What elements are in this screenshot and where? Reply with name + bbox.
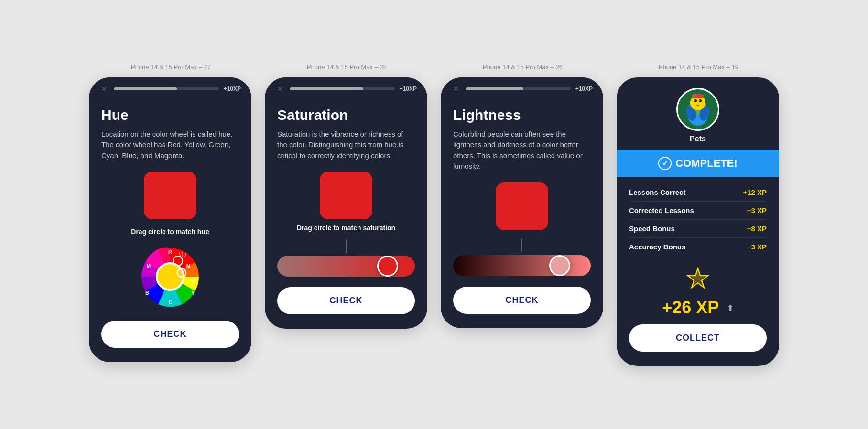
svg-point-23 [694, 100, 695, 101]
color-swatch-area [453, 182, 591, 230]
progress-bar-bg [466, 87, 571, 90]
reward-xp: +12 XP [743, 188, 767, 196]
progress-bar-fill [466, 87, 523, 90]
rewards-area: Lessons Correct +12 XP Corrected Lessons… [617, 177, 779, 258]
phone-content: LightnessColorblind people can often see… [441, 97, 603, 328]
reward-row: Speed Bonus +8 XP [629, 222, 767, 236]
svg-point-24 [699, 100, 700, 101]
close-button[interactable]: ✕ [99, 84, 109, 94]
screen-label: iPhone 14 & 15 Pro Max – 26 [481, 64, 563, 71]
progress-bar-bg [290, 87, 395, 90]
phone-frame: Pets ✓ COMPLETE! Lessons Correct +12 XP … [617, 77, 779, 366]
slider-area [277, 239, 415, 277]
complete-banner: ✓ COMPLETE! [617, 150, 779, 177]
progress-bar-fill [114, 87, 177, 90]
lesson-description: Saturation is the vibrance or richness o… [277, 129, 415, 161]
screen-label: iPhone 14 & 15 Pro Max – 27 [130, 64, 211, 71]
reward-row: Corrected Lessons +3 XP [629, 204, 767, 217]
svg-text:R: R [168, 249, 172, 255]
status-bar: ✕ +10XP [265, 77, 427, 97]
progress-area [466, 87, 571, 90]
star-icon [686, 267, 710, 296]
avatar-area: Pets [617, 77, 779, 150]
screens-container: iPhone 14 & 15 Pro Max – 27 ✕ +10XP HueL… [89, 64, 779, 366]
reward-label: Lessons Correct [629, 188, 685, 196]
xp-badge: +10XP [400, 86, 417, 92]
phone-frame: ✕ +10XP HueLocation on the color wheel i… [89, 77, 251, 363]
drag-instruction: Drag circle to match saturation [277, 224, 415, 232]
color-wheel-area: R Y B M G C M [101, 243, 239, 310]
collect-button-area: COLLECT [617, 324, 779, 366]
color-wheel[interactable]: R Y B M G C M [137, 243, 204, 310]
complete-text: COMPLETE! [675, 157, 738, 170]
screen-wrapper-lightness: iPhone 14 & 15 Pro Max – 26 ✕ +10XP Ligh… [441, 64, 603, 328]
svg-text:G: G [191, 278, 195, 283]
total-xp-value: +26 XP ⬆ [662, 298, 733, 318]
total-xp-area: +26 XP ⬆ [617, 258, 779, 324]
status-bar: ✕ +10XP [441, 77, 603, 97]
avatar-label: Pets [690, 135, 706, 143]
reward-label: Accuracy Bonus [629, 243, 685, 251]
lesson-description: Location on the color wheel is called hu… [101, 129, 239, 161]
slider-thumb[interactable] [377, 256, 398, 277]
reward-label: Corrected Lessons [629, 206, 694, 214]
svg-text:M: M [147, 264, 151, 269]
slider-thumb[interactable] [549, 255, 570, 276]
phone-frame: ✕ +10XP LightnessColorblind people can o… [441, 77, 603, 328]
lesson-title: Lightness [453, 107, 591, 123]
reward-xp: +3 XP [747, 206, 767, 214]
slider-area [453, 239, 591, 276]
divider [629, 201, 767, 202]
phone-frame: ✕ +10XP SaturationSaturation is the vibr… [265, 77, 427, 329]
progress-area [114, 87, 219, 90]
collect-button[interactable]: COLLECT [629, 324, 767, 352]
slider-track-wrapper[interactable] [277, 256, 415, 277]
svg-text:Y: Y [191, 290, 195, 296]
color-swatch [144, 172, 196, 219]
reward-xp: +8 XP [747, 225, 767, 233]
lesson-description: Colorblind people can often see the ligh… [453, 129, 591, 172]
svg-text:C: C [168, 300, 172, 305]
screen-wrapper-saturation: iPhone 14 & 15 Pro Max – 28 ✕ +10XP Satu… [265, 64, 427, 329]
reward-row: Lessons Correct +12 XP [629, 185, 767, 199]
progress-area [290, 87, 395, 90]
close-button[interactable]: ✕ [451, 84, 461, 94]
screen-wrapper-complete: iPhone 14 & 15 Pro Max – 19 Pets ✓ COMPL… [617, 64, 779, 366]
color-swatch [320, 172, 372, 219]
check-button[interactable]: CHECK [277, 287, 415, 314]
slider-track-wrapper[interactable] [453, 255, 591, 276]
drag-instruction: Drag circle to match hue [101, 228, 239, 236]
status-bar: ✕ +10XP [89, 77, 251, 97]
svg-point-21 [694, 99, 697, 102]
color-swatch-area [277, 172, 415, 219]
screen-label: iPhone 14 & 15 Pro Max – 28 [305, 64, 387, 71]
check-button[interactable]: CHECK [101, 321, 239, 348]
close-button[interactable]: ✕ [275, 84, 285, 94]
reward-xp: +3 XP [747, 243, 767, 251]
svg-text:M: M [186, 264, 190, 269]
screen-label: iPhone 14 & 15 Pro Max – 19 [657, 64, 738, 71]
reward-label: Speed Bonus [629, 225, 675, 233]
slider-connector [521, 239, 522, 252]
color-swatch-area [101, 172, 239, 219]
divider [629, 219, 767, 220]
share-icon[interactable]: ⬆ [727, 304, 734, 313]
lesson-title: Hue [101, 107, 239, 123]
slider-connector [346, 239, 347, 253]
avatar [676, 88, 719, 131]
phone-content: HueLocation on the color wheel is called… [89, 97, 251, 363]
svg-text:B: B [145, 290, 149, 296]
reward-row: Accuracy Bonus +3 XP [629, 240, 767, 254]
xp-badge: +10XP [575, 86, 593, 92]
check-button[interactable]: CHECK [453, 287, 591, 314]
svg-point-22 [699, 99, 702, 102]
progress-bar-fill [290, 87, 363, 90]
screen-wrapper-hue: iPhone 14 & 15 Pro Max – 27 ✕ +10XP HueL… [89, 64, 251, 363]
phone-content: SaturationSaturation is the vibrance or … [265, 97, 427, 329]
progress-bar-bg [114, 87, 219, 90]
lesson-title: Saturation [277, 107, 415, 123]
color-swatch [496, 182, 548, 230]
parrot-icon [678, 89, 718, 129]
xp-badge: +10XP [224, 86, 241, 92]
divider [629, 237, 767, 238]
